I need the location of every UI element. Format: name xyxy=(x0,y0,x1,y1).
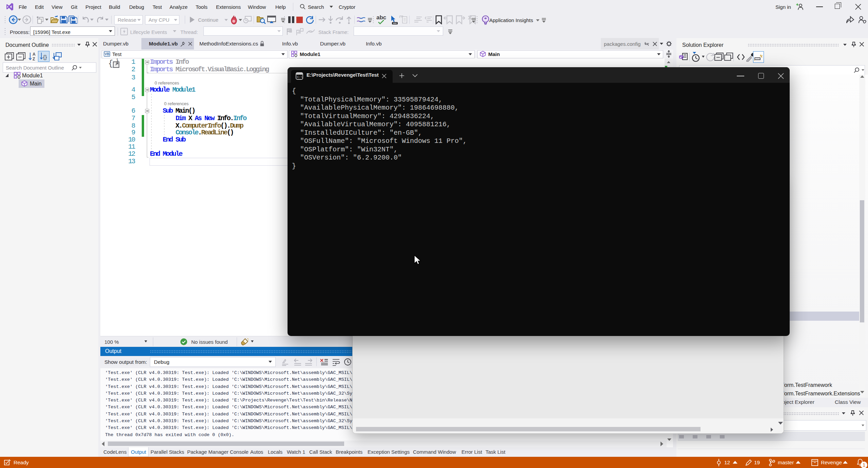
svg-text:Z: Z xyxy=(33,57,35,61)
svg-text:VB: VB xyxy=(104,52,109,56)
svg-text:{}: {} xyxy=(43,54,47,60)
svg-text:C:\: C:\ xyxy=(297,76,302,79)
svg-text:A: A xyxy=(33,52,36,57)
